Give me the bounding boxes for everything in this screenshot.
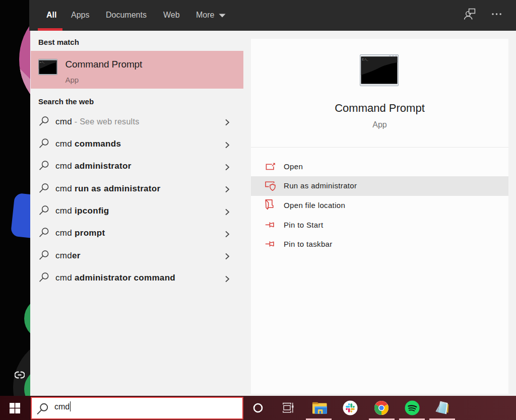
svg-text:C:\_: C:\_ [362,58,369,61]
svg-text:C:\_: C:\_ [40,61,45,63]
